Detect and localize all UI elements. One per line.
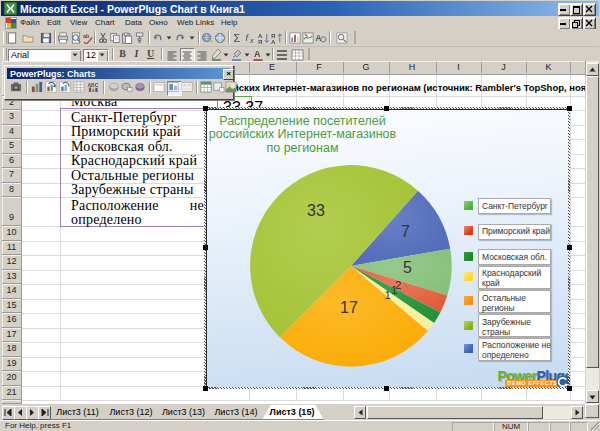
svg-text:ab: ab [83,33,90,39]
svg-text:x: x [249,36,254,44]
svg-text:f: f [245,33,249,43]
svg-text:A: A [254,49,261,59]
svg-text:А: А [271,39,276,44]
svg-text:Σ: Σ [233,32,240,44]
svg-text:ABC: ABC [87,82,98,88]
svg-text:Я: Я [258,39,262,44]
